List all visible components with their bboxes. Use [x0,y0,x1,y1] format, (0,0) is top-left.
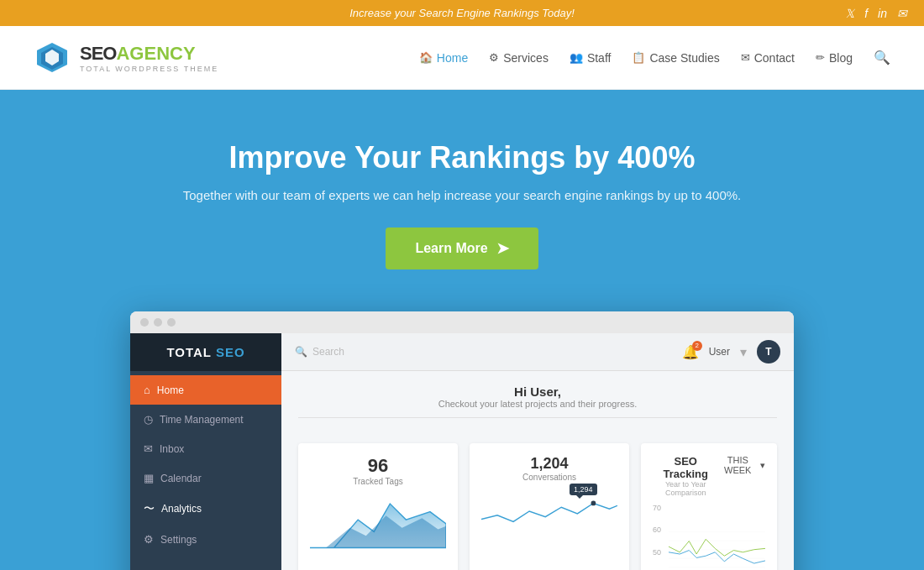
search-placeholder: Search [312,346,344,358]
sidebar-item-home[interactable]: ⌂ Home [130,375,281,405]
sidebar-title-total: TOTAL [166,345,216,359]
hero-section: Improve Your Rankings by 400% Together w… [0,90,924,570]
inbox-sidebar-icon: ✉ [144,442,153,455]
time-sidebar-icon: ◷ [144,413,153,426]
banner-text: Increase your Search Engine Rankings Tod… [349,7,575,19]
sidebar-header: TOTAL SEO [130,333,281,371]
greeting: Hi User, Checkout your latest projects a… [298,384,777,418]
sidebar-nav: ⌂ Home ◷ Time Management ✉ Inbox ▦ [130,371,281,558]
svg-point-5 [591,501,596,506]
top-banner: Increase your Search Engine Rankings Tod… [0,0,924,26]
home-sidebar-icon: ⌂ [144,384,150,396]
period-selector[interactable]: THIS WEEK ▾ [719,455,766,475]
dash-main: 🔍 Search 🔔 2 User ▾ T [281,333,794,570]
settings-sidebar-icon: ⚙ [144,533,154,546]
user-avatar: T [757,340,780,363]
user-dropdown-icon: ▾ [740,344,747,360]
dash-content: Hi User, Checkout your latest projects a… [281,371,794,570]
sidebar-item-settings[interactable]: ⚙ Settings [130,525,281,554]
y-label-70: 70 [653,504,661,512]
tooltip-bubble: 1,294 [570,484,597,495]
y-label-50: 50 [653,548,661,557]
titlebar [130,311,794,333]
dashboard-mockup: TOTAL SEO ⌂ Home ◷ Time Management [130,311,794,570]
hero-subtext: Together with our team of experts we can… [17,188,907,202]
logo-tagline: TOTAL WORDPRESS THEME [80,65,218,73]
y-label-60: 60 [653,526,661,534]
seo-line-chart [669,504,765,570]
seo-tracking-header: SEO Tracking Year to Year Comparison THI… [653,455,765,497]
arrow-icon: ➤ [496,239,509,258]
seo-tracking-title: SEO Tracking [653,455,719,480]
analytics-sidebar-icon: 〜 [144,501,155,516]
dash-topbar: 🔍 Search 🔔 2 User ▾ T [281,333,794,371]
tracked-tags-stat: 96 [310,455,446,477]
logo: SEOAGENCY TOTAL WORDPRESS THEME [34,39,218,76]
sidebar-title-seo: SEO [216,345,245,359]
bell-badge: 2 [692,341,702,351]
mountain-chart [310,494,446,549]
logo-text: SEOAGENCY TOTAL WORDPRESS THEME [80,43,218,73]
header: SEOAGENCY TOTAL WORDPRESS THEME 🏠 Home ⚙… [0,26,924,90]
dash-sidebar: TOTAL SEO ⌂ Home ◷ Time Management [130,333,281,570]
calendar-sidebar-icon: ▦ [144,472,154,484]
dot2 [154,318,162,327]
dashboard-wrapper: TOTAL SEO ⌂ Home ◷ Time Management [17,311,907,570]
search-icon[interactable]: 🔍 [874,50,890,65]
dashboard-cards: 96 Tracked Tags [298,443,777,570]
nav-case-studies[interactable]: 📋 Case Studies [632,51,719,65]
conversations-card: 1,204 Conversations 1,294 [470,443,629,570]
nav-blog[interactable]: ✏ Blog [816,51,853,65]
logo-agency: AGENCY [116,43,195,64]
logo-icon [34,39,71,76]
staff-nav-icon: 👥 [570,51,583,64]
nav-home[interactable]: 🏠 Home [419,51,468,65]
dash-search[interactable]: 🔍 Search [295,346,682,358]
tracked-tags-card: 96 Tracked Tags [298,443,458,570]
sidebar-item-time-management[interactable]: ◷ Time Management [130,405,281,434]
nav-services[interactable]: ⚙ Services [489,51,549,65]
logo-seo: SEO [80,43,116,64]
greeting-title: Hi User, [298,384,777,399]
contact-nav-icon: ✉ [741,51,750,64]
email-icon[interactable]: ✉ [897,7,907,20]
hero-headline: Improve Your Rankings by 400% [17,140,907,175]
wave-chart [481,490,617,532]
seo-tracking-title-group: SEO Tracking Year to Year Comparison [653,455,719,497]
nav-staff[interactable]: 👥 Staff [570,51,612,65]
learn-more-button[interactable]: Learn More ➤ [386,227,538,269]
nav-contact[interactable]: ✉ Contact [741,51,795,65]
case-studies-nav-icon: 📋 [632,51,645,64]
blog-nav-icon: ✏ [816,51,825,64]
main-nav: 🏠 Home ⚙ Services 👥 Staff 📋 Case Studies… [419,50,890,65]
services-nav-icon: ⚙ [489,51,499,64]
social-icons: 𝕏 f in ✉ [845,7,907,20]
facebook-icon[interactable]: f [864,7,868,20]
dot1 [140,318,149,327]
sidebar-item-inbox[interactable]: ✉ Inbox [130,434,281,463]
home-nav-icon: 🏠 [419,51,433,64]
chevron-down-icon: ▾ [760,460,765,471]
seo-tracking-subtitle: Year to Year Comparison [653,480,719,497]
user-label: User [709,346,730,358]
notification-bell[interactable]: 🔔 2 [682,344,699,360]
conversations-label: Conversations [481,473,617,482]
linkedin-icon[interactable]: in [878,7,887,20]
conversations-stat: 1,204 [481,455,617,473]
search-dash-icon: 🔍 [295,346,307,358]
sidebar-item-analytics[interactable]: 〜 Analytics [130,493,281,525]
dot3 [167,318,176,327]
twitter-icon[interactable]: 𝕏 [845,7,854,20]
sidebar-item-calendar[interactable]: ▦ Calendar [130,463,281,493]
dash-body: TOTAL SEO ⌂ Home ◷ Time Management [130,333,794,570]
greeting-subtext: Checkout your latest projects and their … [298,399,777,418]
seo-tracking-card: SEO Tracking Year to Year Comparison THI… [641,443,777,570]
tracked-tags-label: Tracked Tags [310,477,446,486]
topbar-right: 🔔 2 User ▾ T [682,340,780,363]
